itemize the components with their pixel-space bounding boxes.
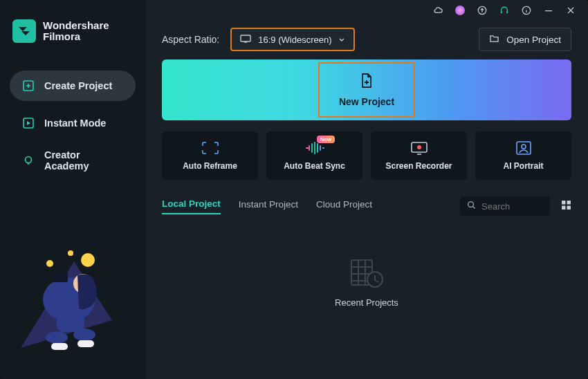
new-badge: New (317, 136, 335, 143)
search-box[interactable] (460, 196, 550, 216)
svg-rect-28 (567, 201, 571, 204)
instant-mode-icon (22, 117, 35, 129)
brand-text: Wondershare Filmora (43, 20, 109, 43)
svg-point-23 (417, 145, 421, 149)
tool-label: AI Portrait (503, 161, 543, 171)
svg-rect-30 (567, 206, 571, 210)
brand: Wondershare Filmora (10, 19, 136, 43)
sidebar-item-creator-academy[interactable]: Creator Academy (10, 145, 136, 176)
tool-label: Screen Recorder (385, 161, 452, 171)
svg-rect-27 (562, 201, 565, 204)
grid-view-icon[interactable] (561, 200, 571, 212)
svg-point-12 (73, 329, 95, 341)
sidebar-item-label: Instant Mode (44, 118, 106, 129)
search-icon (467, 201, 476, 212)
search-input[interactable] (481, 201, 544, 212)
toolbar: Aspect Ratio: 16:9 (Widescreen) Open Pro… (145, 21, 588, 59)
tool-cards: Auto Reframe New Auto Beat Sync Screen R… (162, 131, 571, 180)
svg-rect-13 (51, 343, 68, 350)
new-project-hero[interactable]: New Project (162, 59, 571, 120)
svg-point-6 (68, 250, 73, 256)
svg-rect-20 (545, 10, 552, 11)
folder-icon (489, 34, 499, 45)
recent-projects-empty: Recent Projects (162, 257, 571, 308)
tool-auto-reframe[interactable]: Auto Reframe (162, 131, 258, 180)
tool-label: Auto Beat Sync (284, 161, 345, 171)
tool-auto-beat-sync[interactable]: New Auto Beat Sync (266, 131, 362, 180)
plus-square-icon (22, 80, 35, 92)
tool-label: Auto Reframe (183, 161, 237, 171)
svg-point-4 (81, 253, 95, 267)
tool-screen-recorder[interactable]: Screen Recorder (371, 131, 467, 180)
chevron-down-icon (338, 35, 345, 45)
titlebar (145, 0, 588, 21)
sidebar-item-create-project[interactable]: Create Project (10, 71, 136, 101)
tab-cloud-project[interactable]: Cloud Project (316, 199, 372, 214)
svg-rect-24 (517, 142, 531, 154)
upload-icon[interactable] (477, 6, 487, 15)
minimize-icon[interactable] (544, 6, 553, 15)
svg-rect-9 (53, 272, 68, 282)
sidebar-item-instant-mode[interactable]: Instant Mode (10, 108, 136, 138)
svg-rect-14 (77, 340, 94, 347)
svg-point-2 (26, 157, 32, 163)
recent-projects-icon (162, 257, 571, 290)
content: New Project Auto Reframe New Auto Beat S… (145, 59, 588, 308)
close-icon[interactable] (566, 6, 576, 15)
sidebar-item-label: Create Project (44, 80, 112, 91)
app-window: Wondershare Filmora Create Project Insta… (0, 0, 588, 379)
aspect-ratio-value: 16:9 (Widescreen) (258, 35, 331, 45)
cloud-icon[interactable] (433, 6, 443, 15)
portrait-icon (515, 140, 533, 156)
sidebar: Wondershare Filmora Create Project Insta… (0, 0, 145, 379)
tab-local-project[interactable]: Local Project (162, 198, 221, 214)
sidebar-nav: Create Project Instant Mode Creator Acad… (10, 71, 136, 176)
reframe-icon (201, 140, 220, 156)
project-tabs: Local Project Instant Project Cloud Proj… (162, 196, 571, 216)
brand-line2: Filmora (43, 31, 109, 43)
avatar-icon[interactable] (455, 6, 465, 15)
monitor-icon (240, 35, 251, 45)
svg-rect-21 (241, 35, 250, 41)
main: Aspect Ratio: 16:9 (Widescreen) Open Pro… (145, 0, 588, 379)
brand-logo-icon (12, 19, 36, 43)
svg-rect-10 (57, 311, 84, 332)
aspect-ratio-label: Aspect Ratio: (162, 34, 219, 45)
sidebar-item-label: Creator Academy (44, 149, 123, 172)
svg-rect-17 (501, 10, 502, 13)
svg-point-15 (455, 6, 465, 15)
file-plus-icon (359, 73, 374, 92)
support-icon[interactable] (499, 6, 509, 15)
svg-rect-29 (562, 206, 565, 210)
new-project-button[interactable]: New Project (318, 62, 415, 118)
recent-projects-label: Recent Projects (162, 297, 571, 308)
svg-point-5 (46, 260, 53, 267)
svg-point-25 (522, 145, 526, 149)
svg-rect-18 (506, 10, 508, 13)
svg-point-11 (46, 331, 68, 344)
sidebar-illustration (8, 241, 126, 365)
open-project-label: Open Project (506, 35, 561, 45)
brand-line1: Wondershare (43, 19, 109, 31)
tab-instant-project[interactable]: Instant Project (239, 199, 298, 214)
info-icon[interactable] (522, 6, 531, 15)
tool-ai-portrait[interactable]: AI Portrait (475, 131, 571, 180)
open-project-button[interactable]: Open Project (479, 28, 571, 51)
aspect-ratio-select[interactable]: 16:9 (Widescreen) (230, 28, 355, 51)
new-project-label: New Project (339, 96, 394, 107)
lightbulb-icon (22, 154, 35, 167)
screen-recorder-icon (410, 140, 429, 156)
svg-point-26 (468, 202, 474, 207)
